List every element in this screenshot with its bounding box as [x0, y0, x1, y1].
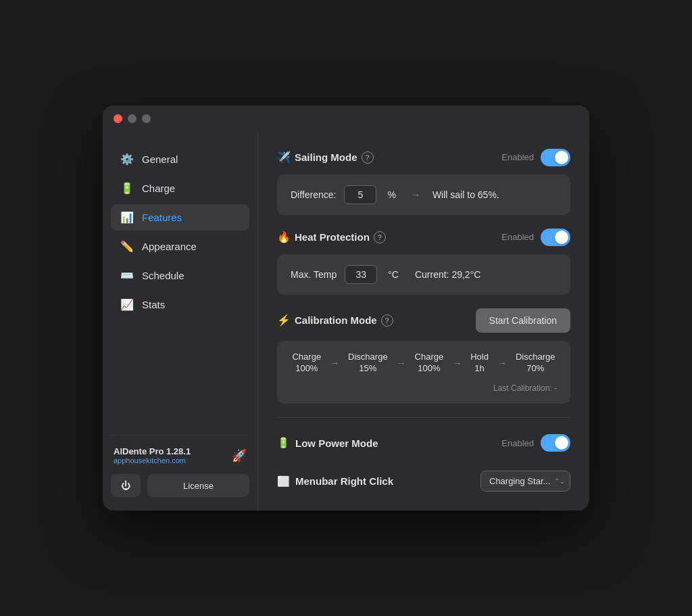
low-power-toggle-track[interactable]: [541, 434, 570, 452]
calibration-mode-header: ⚡ Calibration Mode ? Start Calibration: [277, 308, 570, 333]
start-calibration-button[interactable]: Start Calibration: [476, 308, 570, 333]
close-button[interactable]: [114, 114, 122, 123]
heat-protection-title-row: 🔥 Heat Protection ?: [277, 231, 386, 243]
app-name: AlDente Pro 1.28.1: [114, 446, 191, 456]
low-power-toggle-group: Enabled: [501, 434, 570, 452]
minimize-button[interactable]: [128, 114, 137, 123]
sailing-mode-toggle-track[interactable]: [541, 149, 570, 166]
content-area: ✈️ Sailing Mode ? Enabled Difference: %: [258, 133, 589, 511]
heat-icon: 🔥: [277, 231, 291, 243]
sailing-mode-header: ✈️ Sailing Mode ? Enabled: [277, 149, 570, 166]
calib-step-hold-label: Hold1h: [470, 352, 489, 375]
difference-label: Difference:: [291, 189, 336, 200]
maximize-button[interactable]: [142, 114, 151, 123]
sailing-mode-toggle[interactable]: [541, 149, 570, 166]
calib-step-charge2: Charge100%: [415, 352, 444, 375]
stats-icon: 📈: [120, 298, 134, 311]
sidebar-item-schedule[interactable]: ⌨️ Schedule: [111, 262, 249, 289]
sidebar-label-appearance: Appearance: [142, 241, 197, 252]
low-power-toggle[interactable]: [541, 434, 570, 452]
sidebar-label-features: Features: [142, 212, 182, 223]
last-calibration-label: Last Calibration: -: [291, 383, 557, 393]
appearance-icon: ✏️: [120, 240, 134, 253]
sidebar-buttons: ⏻ License: [111, 474, 249, 497]
sidebar-label-schedule: Schedule: [142, 270, 184, 281]
rocket-icon[interactable]: 🚀: [232, 448, 247, 463]
sidebar-label-stats: Stats: [142, 299, 165, 310]
heat-protection-section: 🔥 Heat Protection ? Enabled Max. Temp °C: [277, 229, 570, 295]
calib-arrow-1: →: [330, 358, 339, 369]
calib-step-charge2-label: Charge100%: [415, 352, 444, 375]
percent-unit: %: [387, 189, 395, 200]
calibration-steps: Charge100% → Discharge15% → Charge100% →…: [291, 352, 557, 375]
calibration-icon: ⚡: [277, 314, 291, 327]
calibration-mode-section: ⚡ Calibration Mode ? Start Calibration C…: [277, 308, 570, 404]
sailing-icon: ✈️: [277, 151, 291, 164]
calib-step-discharge2-label: Discharge70%: [516, 352, 555, 375]
menubar-right-click-section: ⬜ Menubar Right Click Charging Star... B…: [277, 468, 570, 494]
calib-step-hold: Hold1h: [470, 352, 489, 375]
sailing-mode-title-row: ✈️ Sailing Mode ?: [277, 151, 374, 164]
calibration-mode-box: Charge100% → Discharge15% → Charge100% →…: [277, 341, 570, 404]
sidebar-item-appearance[interactable]: ✏️ Appearance: [111, 233, 249, 260]
low-power-mode-section: 🔋 Low Power Mode Enabled: [277, 431, 570, 454]
heat-protection-enabled-label: Enabled: [501, 232, 534, 242]
sailing-mode-toggle-group: Enabled: [501, 149, 570, 166]
main-content: ⚙️ General 🔋 Charge 📊 Features ✏️ Appear…: [103, 133, 589, 511]
current-temp-label: Current: 29,2°C: [415, 269, 480, 280]
schedule-icon: ⌨️: [120, 269, 134, 282]
sailing-arrow: →: [411, 189, 420, 200]
menubar-icon: ⬜: [277, 475, 290, 488]
sidebar-label-general: General: [142, 153, 178, 165]
low-power-icon: 🔋: [277, 437, 290, 449]
heat-protection-header: 🔥 Heat Protection ? Enabled: [277, 229, 570, 246]
menubar-title: ⬜ Menubar Right Click: [277, 475, 393, 488]
menubar-label: Menubar Right Click: [295, 475, 393, 487]
calib-arrow-4: →: [497, 358, 507, 369]
menubar-dropdown-wrapper: Charging Star... Battery Status None: [480, 471, 570, 492]
max-temp-label: Max. Temp: [291, 269, 337, 280]
sidebar-item-stats[interactable]: 📈 Stats: [111, 291, 249, 318]
sailing-mode-box: Difference: % → Will sail to 65%.: [277, 174, 570, 215]
sidebar-item-charge[interactable]: 🔋 Charge: [111, 175, 249, 202]
app-link[interactable]: apphousekitchen.com: [114, 456, 191, 465]
sidebar-item-features[interactable]: 📊 Features: [111, 204, 249, 231]
calib-arrow-3: →: [452, 358, 462, 369]
heat-protection-box: Max. Temp °C Current: 29,2°C: [277, 254, 570, 295]
calib-arrow-2: →: [397, 358, 406, 369]
calib-step-charge1-label: Charge100%: [292, 352, 321, 375]
titlebar: [103, 105, 589, 133]
calib-step-discharge1: Discharge15%: [348, 352, 388, 375]
app-info: AlDente Pro 1.28.1 apphousekitchen.com 🚀: [111, 446, 249, 465]
menubar-dropdown[interactable]: Charging Star... Battery Status None: [480, 471, 570, 492]
heat-protection-help[interactable]: ?: [374, 231, 386, 243]
sidebar-label-charge: Charge: [142, 183, 175, 194]
battery-icon: 🔋: [120, 182, 134, 195]
heat-protection-toggle[interactable]: [541, 229, 570, 246]
heat-protection-toggle-track[interactable]: [541, 229, 570, 246]
calibration-mode-title-row: ⚡ Calibration Mode ?: [277, 314, 393, 327]
app-info-text: AlDente Pro 1.28.1 apphousekitchen.com: [114, 446, 191, 465]
calib-step-discharge2: Discharge70%: [516, 352, 555, 375]
license-button[interactable]: License: [147, 474, 249, 497]
sailing-mode-section: ✈️ Sailing Mode ? Enabled Difference: %: [277, 149, 570, 215]
sidebar-item-general[interactable]: ⚙️ General: [111, 146, 249, 172]
will-sail-text: Will sail to 65%.: [432, 189, 499, 200]
power-button[interactable]: ⏻: [111, 474, 141, 497]
temp-unit: °C: [388, 269, 399, 280]
sailing-mode-enabled-label: Enabled: [501, 152, 534, 162]
sailing-mode-help[interactable]: ?: [362, 151, 374, 164]
section-divider: [277, 417, 570, 418]
sailing-mode-title: Sailing Mode: [295, 151, 357, 163]
gear-icon: ⚙️: [120, 153, 134, 166]
max-temp-input[interactable]: [345, 265, 377, 284]
sidebar-nav: ⚙️ General 🔋 Charge 📊 Features ✏️ Appear…: [111, 146, 249, 435]
low-power-title: 🔋 Low Power Mode: [277, 437, 378, 449]
low-power-enabled-label: Enabled: [501, 438, 534, 448]
calibration-mode-title: Calibration Mode: [295, 314, 377, 326]
calib-step-charge1: Charge100%: [292, 352, 321, 375]
difference-input[interactable]: [344, 185, 376, 204]
calibration-mode-help[interactable]: ?: [381, 314, 393, 327]
low-power-label: Low Power Mode: [295, 437, 378, 449]
sidebar: ⚙️ General 🔋 Charge 📊 Features ✏️ Appear…: [103, 133, 258, 511]
